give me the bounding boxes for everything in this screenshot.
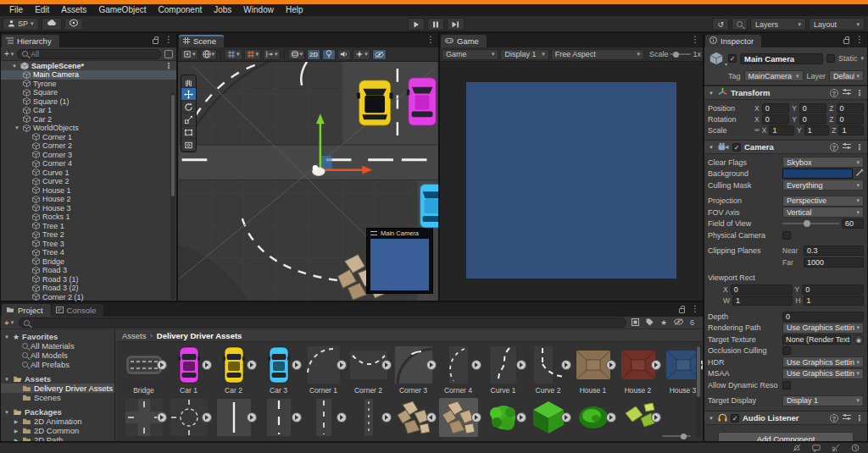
gameobject-name-field[interactable]: Main Camera (740, 53, 823, 64)
asset-car-2[interactable]: Car 2 (211, 345, 256, 395)
expand-subassets-icon[interactable] (157, 412, 167, 423)
menu-edit[interactable]: Edit (29, 4, 55, 16)
grid-orange-button[interactable]: ▾ (244, 49, 262, 60)
scale-tool-button[interactable] (181, 113, 196, 126)
menu-help[interactable]: Help (280, 4, 309, 16)
scene-car-magenta[interactable] (407, 78, 437, 125)
tab-inspector[interactable]: Inspector (705, 35, 761, 47)
hierarchy-item-tree-1[interactable]: Tree 1 (1, 222, 176, 231)
hierarchy-item-house-3[interactable]: House 3 (1, 204, 176, 213)
help-icon[interactable]: ? (830, 143, 838, 152)
hierarchy-item-road-3-2[interactable]: Road 3 (2) (1, 284, 176, 293)
camera-component-header[interactable]: ▼ ✓ Camera ? ⋮ (704, 140, 867, 154)
scale-z-field[interactable]: 1 (838, 125, 864, 135)
tag-dropdown[interactable]: MainCamera▾ (744, 70, 804, 81)
foldout-arrow[interactable]: ▼ (11, 64, 18, 69)
hierarchy-item-car-1[interactable]: Car 1 (1, 106, 176, 115)
field-of-view-slider[interactable] (782, 218, 839, 229)
expand-subassets-icon[interactable] (471, 412, 481, 423)
asset-car-1[interactable]: Car 1 (166, 345, 211, 395)
expand-subassets-icon[interactable] (651, 360, 661, 370)
component-menu-icon[interactable]: ⋮ (855, 143, 864, 152)
tab-game[interactable]: Game (441, 35, 487, 47)
menu-gameobject[interactable]: GameObject (92, 4, 152, 16)
project-tree-all-prefabs[interactable]: All Prefabs (1, 360, 114, 369)
projection-dropdown[interactable]: Perspective▾ (782, 196, 864, 207)
hierarchy-item-tree-4[interactable]: Tree 4 (1, 248, 176, 257)
position-y-field[interactable]: 0 (799, 103, 826, 113)
presets-icon[interactable] (843, 88, 851, 97)
rotation-x-field[interactable]: 0 (762, 114, 789, 124)
rotate-tool-button[interactable] (181, 101, 196, 113)
expand-subassets-icon[interactable] (381, 360, 392, 370)
view-hand-tool-button[interactable] (181, 75, 196, 88)
project-tree-packages[interactable]: ▼Packages (1, 407, 114, 417)
depth-field[interactable]: 0 (782, 312, 864, 322)
help-icon[interactable]: ? (830, 414, 838, 423)
asset-road-dashed[interactable] (256, 398, 301, 441)
foldout-arrow[interactable]: ▶ (13, 437, 19, 441)
display-dropdown[interactable]: Display 1▾ (500, 49, 548, 60)
panel-menu-icon[interactable]: ⋮ (164, 36, 173, 44)
target-display-dropdown[interactable]: Display 1▾ (782, 395, 864, 406)
progress-icon[interactable] (851, 440, 860, 453)
asset-corner-2[interactable]: Corner 2 (346, 345, 391, 395)
presets-icon[interactable] (843, 413, 851, 423)
account-button[interactable]: SP ▾ (3, 18, 39, 30)
foldout-arrow[interactable]: ▶ (13, 428, 19, 434)
hierarchy-item-rocks-1[interactable]: Rocks 1 (1, 213, 176, 222)
far-field[interactable]: 1000 (804, 257, 864, 268)
hierarchy-item-curve-2[interactable]: Curve 2 (1, 177, 176, 186)
play-button[interactable] (408, 18, 425, 30)
expand-subassets-icon[interactable] (516, 360, 526, 370)
expand-subassets-icon[interactable] (202, 360, 212, 370)
asset-rocks-green[interactable] (615, 398, 660, 441)
msaa-dropdown[interactable]: Use Graphics Settings▾ (782, 368, 864, 379)
asset-tree-cube[interactable] (526, 398, 570, 441)
foldout-arrow[interactable]: ▼ (708, 91, 715, 96)
hierarchy-item-tree-3[interactable]: Tree 3 (1, 240, 176, 249)
tab-project[interactable]: Project (2, 304, 51, 317)
asset-house-2[interactable]: House 2 (615, 345, 660, 395)
menu-assets[interactable]: Assets (55, 4, 92, 16)
foldout-arrow[interactable]: ▶ (13, 418, 19, 424)
effects-button[interactable]: ▾ (353, 49, 370, 60)
rect-tool-button[interactable] (181, 126, 196, 139)
rotation-y-field[interactable]: 0 (799, 114, 826, 124)
project-search-input[interactable] (19, 318, 626, 328)
project-tree-assets[interactable]: ▼Assets (1, 374, 114, 384)
tab-scene[interactable]: Scene (179, 35, 224, 47)
hierarchy-item-road-3[interactable]: Road 3 (1, 266, 176, 275)
physical-camera-checkbox[interactable] (782, 231, 791, 240)
position-z-field[interactable]: 0 (837, 103, 864, 113)
game-viewport[interactable] (440, 62, 703, 301)
bell-muted-icon[interactable] (793, 440, 801, 453)
viewport-h-field[interactable]: 1 (804, 296, 864, 306)
clear-flags-dropdown[interactable]: Skybox▾ (782, 157, 864, 168)
asset-tree-bush[interactable] (481, 398, 526, 441)
active-checkbox[interactable]: ✓ (728, 54, 737, 63)
undo-history-button[interactable]: ↺ (712, 18, 729, 30)
hierarchy-item-tyrone[interactable]: Tyrone (1, 80, 176, 89)
expand-subassets-icon[interactable] (247, 412, 257, 423)
tab-console[interactable]: Console (52, 304, 104, 317)
globe-button[interactable]: ▾ (200, 49, 218, 60)
expand-subassets-icon[interactable] (337, 412, 347, 423)
asset-road-dashed-narrow[interactable] (301, 398, 346, 441)
static-dropdown-icon[interactable]: ▾ (860, 55, 864, 62)
hierarchy-item-worldobjects[interactable]: ▼WorldObjects (1, 124, 176, 133)
object-picker-icon[interactable]: ◉ (854, 334, 864, 345)
help-icon[interactable]: ? (830, 89, 838, 97)
asset-house-1[interactable]: House 1 (570, 345, 615, 395)
audio-enabled-checkbox[interactable]: ✓ (731, 414, 739, 423)
viewport-x-field[interactable]: 0 (731, 285, 793, 295)
audio-button[interactable] (337, 49, 351, 60)
hierarchy-add-button[interactable]: +▾ (4, 49, 14, 58)
rendering-path-dropdown[interactable]: Use Graphics Settings▾ (782, 323, 864, 334)
viewport-w-field[interactable]: 1 (732, 296, 793, 306)
aspect-dropdown[interactable]: Free Aspect▾ (551, 49, 644, 60)
hierarchy-item-road-3-1[interactable]: Road 3 (1) (1, 275, 176, 285)
expand-subassets-icon[interactable] (381, 412, 392, 423)
project-tree-2d-path[interactable]: ▶2D Path (1, 435, 114, 441)
expand-subassets-icon[interactable] (651, 412, 661, 423)
